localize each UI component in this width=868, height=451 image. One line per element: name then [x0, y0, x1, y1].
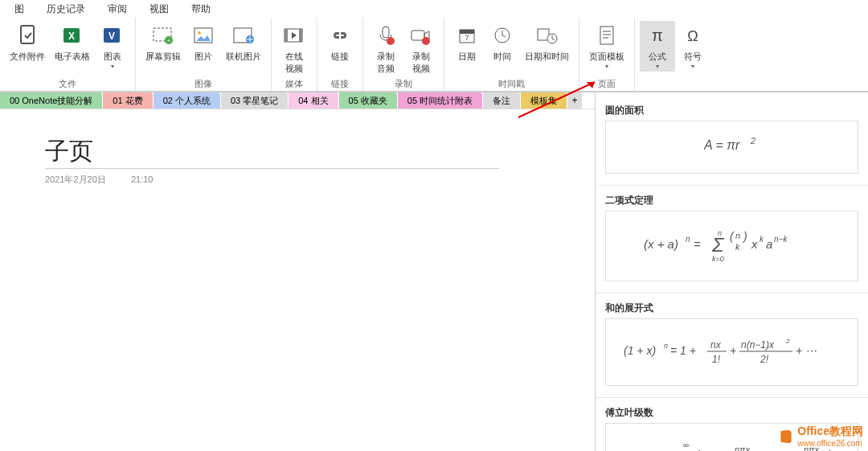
svg-text:x: x: [751, 237, 758, 251]
ribbon-label: 录制 视频: [412, 51, 430, 75]
section-tab[interactable]: 模板集: [521, 92, 567, 109]
ribbon-label: 符号: [684, 51, 702, 63]
ribbon-label: 录制 音频: [377, 51, 395, 75]
camera-icon: [408, 23, 434, 48]
ribbon-label: 屏幕剪辑: [145, 51, 181, 63]
ribbon-group-symbols: π 公式 ▾ Ω 符号 ▾: [635, 18, 715, 91]
svg-text:n: n: [664, 342, 668, 350]
file-attachment-button[interactable]: 文件附件: [5, 21, 50, 64]
formula-preview: (1 + x)n = 1 + nx1! + n(n−1)x2 2! + ⋯: [605, 318, 858, 386]
chart-button[interactable]: V 图表 ▾: [95, 21, 130, 72]
svg-point-17: [387, 37, 395, 45]
ribbon-label: 时间: [493, 51, 511, 63]
formula-label: 圆的面积: [605, 104, 858, 117]
svg-text:∞: ∞: [683, 441, 689, 449]
add-section-button[interactable]: +: [567, 92, 582, 109]
formula-label: 傅立叶级数: [605, 406, 858, 420]
svg-text:V: V: [108, 31, 115, 42]
ribbon-group-link: 链接 链接: [317, 18, 363, 91]
group-title: 链接: [331, 78, 349, 91]
section-tab[interactable]: 01 花费: [103, 92, 152, 109]
svg-text:Ω: Ω: [687, 28, 698, 44]
ribbon-label: 公式: [649, 51, 666, 63]
chevron-down-icon: ▾: [691, 63, 694, 70]
online-picture-icon: [231, 23, 256, 48]
watermark-url: www.office26.com: [797, 439, 863, 448]
group-title: 页面: [598, 78, 616, 91]
picture-button[interactable]: 图片: [186, 21, 221, 64]
section-tab[interactable]: 05 收藏夹: [339, 92, 397, 109]
menu-item[interactable]: 视图: [138, 0, 180, 18]
group-title: 媒体: [285, 78, 303, 91]
svg-text:2: 2: [785, 338, 790, 345]
section-tab[interactable]: 备注: [483, 92, 520, 109]
calendar-icon: 7: [454, 23, 480, 48]
clock-icon: [489, 23, 515, 48]
chevron-down-icon: ▾: [656, 63, 659, 70]
svg-text:n−k: n−k: [774, 235, 788, 244]
menu-item[interactable]: 帮助: [180, 0, 222, 18]
svg-text:a: a: [766, 237, 772, 251]
online-picture-button[interactable]: 联机图片: [221, 21, 266, 64]
chevron-down-icon: ▾: [111, 63, 114, 70]
svg-text:+: +: [167, 37, 171, 44]
svg-text:X: X: [68, 31, 75, 42]
svg-rect-13: [285, 29, 288, 42]
date-button[interactable]: 7 日期: [449, 21, 485, 64]
svg-text:nx: nx: [710, 339, 722, 351]
formula-item[interactable]: 圆的面积 A = πr2: [596, 96, 868, 186]
time-button[interactable]: 时间: [485, 21, 520, 64]
chevron-down-icon: ▾: [605, 63, 608, 70]
svg-text:n(n−1)x: n(n−1)x: [741, 339, 775, 351]
svg-rect-27: [600, 27, 613, 44]
office-logo-icon: [778, 428, 794, 445]
link-button[interactable]: 链接: [322, 21, 358, 64]
section-tab[interactable]: 05 时间统计附表: [398, 92, 482, 109]
page-template-button[interactable]: 页面模板 ▾: [584, 21, 629, 72]
section-tab[interactable]: 00 OneNote技能分解: [0, 92, 102, 109]
svg-text:= 1 +: = 1 +: [670, 344, 696, 357]
page-time: 21:10: [131, 174, 154, 184]
formula-button[interactable]: π 公式 ▾: [640, 21, 675, 72]
picture-icon: [190, 23, 216, 48]
ribbon-label: 文件附件: [10, 51, 45, 63]
menu-item[interactable]: 图: [3, 0, 35, 18]
ribbon-label: 图表: [104, 51, 121, 63]
menu-item[interactable]: 审阅: [96, 0, 138, 18]
watermark: Office教程网 www.office26.com: [778, 424, 863, 448]
svg-text:nπx: nπx: [735, 445, 750, 451]
section-tab[interactable]: 02 个人系统: [154, 92, 220, 109]
group-title: 时间戳: [498, 78, 525, 91]
ribbon-group-timestamp: 7 日期 时间 日期和时间 时间戳: [444, 18, 579, 91]
screen-clip-button[interactable]: + 屏幕剪辑: [141, 21, 186, 64]
svg-text:+ ⋯: + ⋯: [796, 344, 817, 357]
svg-text:1!: 1!: [712, 354, 721, 365]
ribbon-label: 在线 视频: [285, 51, 303, 75]
page-title[interactable]: 子页: [45, 135, 499, 169]
svg-text:(: (: [730, 230, 735, 243]
online-video-button[interactable]: 在线 视频: [276, 21, 312, 76]
symbol-button[interactable]: Ω 符号 ▾: [675, 21, 710, 72]
watermark-brand: Office教程网: [797, 424, 863, 437]
menu-item[interactable]: 历史记录: [35, 0, 96, 18]
section-tab[interactable]: 03 零星笔记: [221, 92, 288, 109]
record-video-button[interactable]: 录制 视频: [403, 21, 439, 76]
formula-preview: (x + a)n = Σk=0n (nk) xk an−k: [605, 211, 858, 281]
ribbon-group-image: + 屏幕剪辑 图片 联机图片 图像: [136, 18, 272, 91]
datetime-button[interactable]: 日期和时间: [520, 21, 574, 64]
spreadsheet-button[interactable]: X 电子表格: [50, 21, 95, 64]
ribbon-label: 页面模板: [589, 51, 624, 63]
svg-text:): ): [742, 230, 747, 243]
formula-item[interactable]: 和的展开式 (1 + x)n = 1 + nx1! + n(n−1)x2 2! …: [596, 293, 868, 398]
formula-label: 二项式定理: [605, 194, 858, 207]
ribbon-label: 电子表格: [55, 51, 90, 63]
svg-text:(1 + x): (1 + x): [624, 344, 656, 357]
formula-item[interactable]: 二项式定理 (x + a)n = Σk=0n (nk) xk an−k: [596, 186, 868, 293]
svg-rect-14: [299, 29, 302, 42]
ribbon-label: 日期和时间: [525, 51, 569, 63]
svg-text:2: 2: [750, 136, 755, 146]
group-title: 文件: [59, 78, 76, 91]
section-tab[interactable]: 04 相关: [289, 92, 338, 109]
svg-rect-0: [21, 26, 34, 43]
record-audio-button[interactable]: 录制 音频: [368, 21, 403, 76]
